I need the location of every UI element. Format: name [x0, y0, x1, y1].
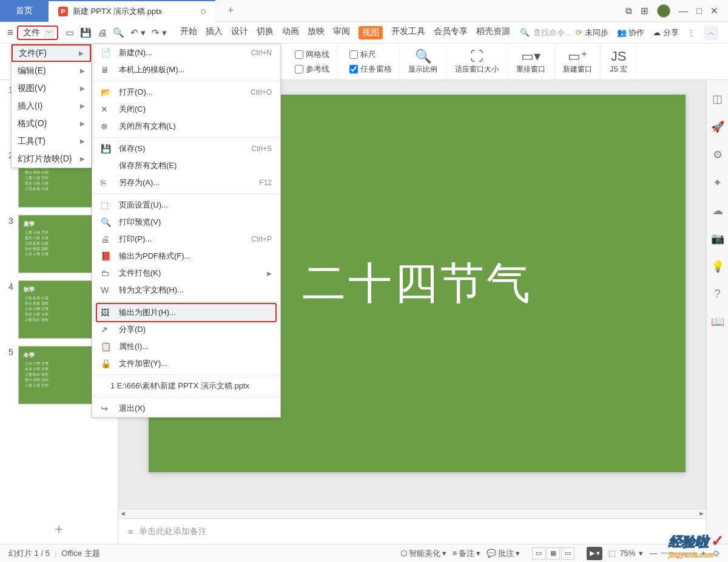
comments-button[interactable]: 💬 批注 ▾: [487, 548, 520, 559]
file-menu-item[interactable]: 🔒文件加密(Y)...: [92, 355, 280, 372]
fit-window-button[interactable]: ⛶适应窗口大小: [447, 44, 508, 80]
ribbon-tab-0[interactable]: 开始: [180, 26, 197, 39]
toolbar-row: ≡ 文件 ﹀ ▭ 💾 🖨 🔍 ↶ ▾ ↷ ▾ 开始插入设计切换动画放映审阅视图开…: [0, 22, 728, 44]
menu-item[interactable]: 视图(V)▶: [12, 80, 91, 97]
right-tool-strip: ◫ 🚀 ⚙ ✦ ☁ 📷 💡 ? 📖: [706, 80, 728, 544]
file-menu-item[interactable]: 📂打开(O)...Ctrl+O: [92, 84, 280, 101]
avatar[interactable]: [657, 4, 670, 18]
taskpane-checkbox[interactable]: 任务窗格: [349, 64, 392, 75]
file-menu-item[interactable]: ↪退出(X): [92, 400, 280, 417]
ribbon-tab-3[interactable]: 切换: [257, 26, 274, 39]
guides-checkbox[interactable]: 参考线: [295, 64, 329, 75]
file-menu-item[interactable]: 🖥本机上的模板(M)...: [92, 61, 280, 78]
qat-redo-icon[interactable]: ↷ ▾: [152, 27, 167, 38]
home-tab[interactable]: 首页: [0, 0, 49, 22]
slide-counter: 幻灯片 1 / 5: [8, 548, 50, 559]
file-menu-item[interactable]: 🗀文件打包(K)▶: [92, 265, 280, 282]
file-menu-item[interactable]: ↗分享(D): [92, 321, 280, 338]
file-menu-item[interactable]: W转为文字文档(H)...: [92, 282, 280, 299]
file-menu-item[interactable]: 🖼输出为图片(H)...: [92, 304, 280, 321]
menu-item[interactable]: 幻灯片放映(D)▶: [12, 150, 91, 168]
ruler-checkbox[interactable]: 标尺: [349, 49, 392, 60]
new-window-button[interactable]: ▭⁺新建窗口: [554, 44, 601, 80]
file-menu-item[interactable]: ✕关闭(C): [92, 101, 280, 118]
qat-save-icon[interactable]: 💾: [80, 27, 92, 38]
ribbon-tabs: 开始插入设计切换动画放映审阅视图开发工具会员专享稻壳资源: [180, 26, 510, 39]
close-button[interactable]: ✕: [710, 5, 718, 16]
file-menu-item[interactable]: 💾保存(S)Ctrl+S: [92, 140, 280, 157]
document-tab[interactable]: P 新建 PPTX 演示文稿.pptx: [49, 0, 215, 22]
recent-file-item[interactable]: 1 E:\666\素材\新建 PPTX 演示文稿.pptx: [92, 377, 280, 394]
zoom-button[interactable]: 🔍显示比例: [400, 44, 447, 80]
file-menu-item[interactable]: 🔍打印预览(V): [92, 214, 280, 231]
reading-view-button[interactable]: ▭: [561, 547, 575, 560]
qat-undo-icon[interactable]: ↶ ▾: [130, 27, 146, 38]
tool-cloud-icon[interactable]: ☁: [712, 204, 723, 217]
file-menu-item[interactable]: 🖨打印(P)...Ctrl+P: [92, 231, 280, 248]
ribbon-tab-8[interactable]: 开发工具: [391, 26, 425, 39]
gridlines-checkbox[interactable]: 网格线: [295, 49, 329, 60]
slide-title-text: 二十四节气: [302, 254, 533, 313]
ribbon-tab-7[interactable]: 视图: [359, 26, 383, 39]
menu-item[interactable]: 格式(O)▶: [12, 115, 91, 132]
tool-camera-icon[interactable]: 📷: [711, 232, 724, 245]
ribbon-tab-4[interactable]: 动画: [282, 26, 299, 39]
notes-button[interactable]: ≡ 备注 ▾: [453, 548, 481, 559]
normal-view-button[interactable]: ▭: [532, 547, 545, 560]
horizontal-scrollbar[interactable]: [118, 509, 706, 518]
tool-bulb-icon[interactable]: 💡: [711, 260, 724, 273]
file-menu-item[interactable]: 📄新建(N)...Ctrl+N: [92, 44, 280, 61]
tool-rocket-icon[interactable]: 🚀: [711, 120, 724, 134]
file-menu-item[interactable]: ⬚页面设置(U)...: [92, 197, 280, 214]
ribbon-tab-10[interactable]: 稻壳资源: [476, 26, 510, 39]
command-search[interactable]: 🔍 查找命令...: [510, 27, 576, 38]
tool-book-icon[interactable]: 📖: [711, 315, 724, 328]
unsaved-indicator-icon: [201, 9, 206, 14]
maximize-button[interactable]: □: [696, 5, 702, 16]
notes-icon: ≡: [128, 527, 133, 537]
file-menu-button[interactable]: 文件 ﹀: [17, 25, 58, 40]
menu-item[interactable]: 插入(I)▶: [12, 97, 91, 115]
sync-status[interactable]: ⟳ 未同步: [576, 27, 608, 38]
menu-item[interactable]: 文件(F)▶: [12, 44, 91, 62]
menu-item[interactable]: 工具(T)▶: [12, 132, 91, 150]
quick-access-toolbar: ▭ 💾 🖨 🔍 ↶ ▾ ↷ ▾: [66, 27, 167, 38]
view-mode-buttons: ▭ ▦ ▭: [532, 547, 575, 560]
qat-preview-icon[interactable]: 🔍: [113, 27, 124, 38]
more-icon[interactable]: ⋮: [687, 28, 695, 37]
menu-icon[interactable]: ≡: [7, 27, 13, 39]
pptx-icon: P: [58, 7, 68, 16]
js-macro-button[interactable]: JSJS 宏: [601, 44, 636, 80]
qat-new-icon[interactable]: ▭: [66, 27, 74, 38]
ribbon-tab-9[interactable]: 会员专享: [434, 26, 468, 39]
tool-slides-icon[interactable]: ◫: [712, 92, 723, 106]
panel-toggle-icon[interactable]: ⧉: [625, 5, 632, 16]
file-menu-item[interactable]: ⊗关闭所有文档(L): [92, 118, 280, 135]
ribbon-tab-1[interactable]: 插入: [206, 26, 223, 39]
minimize-button[interactable]: —: [679, 5, 688, 16]
beautify-button[interactable]: ⬡ 智能美化 ▾: [400, 548, 447, 559]
new-tab-button[interactable]: +: [215, 4, 246, 17]
qat-print-icon[interactable]: 🖨: [98, 27, 107, 38]
add-slide-button[interactable]: +: [0, 521, 118, 538]
tool-help-icon[interactable]: ?: [714, 288, 720, 300]
apps-icon[interactable]: ⊞: [641, 5, 649, 16]
share-button[interactable]: ☁ 分享: [653, 27, 679, 38]
file-menu-item[interactable]: 📕输出为PDF格式(F)...: [92, 248, 280, 265]
sorter-view-button[interactable]: ▦: [547, 547, 560, 560]
file-menu-item[interactable]: 📋属性(I)...: [92, 338, 280, 355]
notes-pane[interactable]: ≡ 单击此处添加备注: [118, 518, 706, 544]
ribbon-tab-2[interactable]: 设计: [231, 26, 248, 39]
ribbon-tab-5[interactable]: 放映: [308, 26, 325, 39]
collapse-ribbon-button[interactable]: ︿: [704, 25, 718, 40]
rearrange-windows-button[interactable]: ▭▾重排窗口: [508, 44, 554, 80]
file-menu-item[interactable]: ⎘另存为(A)...F12: [92, 174, 280, 191]
tool-settings-icon[interactable]: ⚙: [713, 148, 723, 161]
file-menu-item[interactable]: 保存所有文档(E): [92, 157, 280, 174]
slideshow-button[interactable]: ▶ ▾: [587, 547, 602, 560]
menu-item[interactable]: 编辑(E)▶: [12, 62, 91, 80]
title-bar: 首页 P 新建 PPTX 演示文稿.pptx + ⧉ ⊞ — □ ✕: [0, 0, 728, 22]
ribbon-tab-6[interactable]: 审阅: [333, 26, 350, 39]
tool-star-icon[interactable]: ✦: [713, 176, 722, 189]
collab-button[interactable]: 👥 协作: [617, 27, 645, 38]
